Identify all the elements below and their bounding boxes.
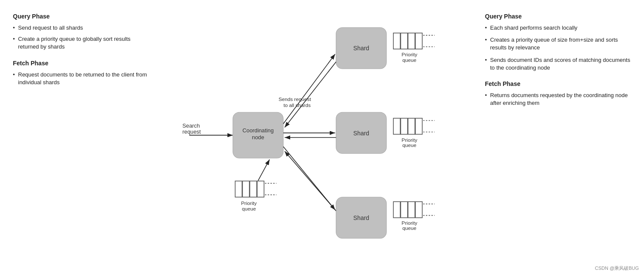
left-query-phase-title: Query Phase — [13, 13, 150, 20]
coord-label1: Coordinating — [242, 127, 274, 134]
svg-rect-14 — [408, 118, 415, 134]
left-fetch-section: Fetch Phase Request documents to be retu… — [13, 60, 150, 86]
pq-shard3: Priority queue — [393, 202, 435, 231]
left-fetch-bullet-1: Request documents to be returned to the … — [13, 71, 150, 86]
right-fetch-bullet-1: Returns documents requested by the coord… — [485, 92, 635, 107]
svg-rect-21 — [415, 202, 422, 217]
svg-rect-0 — [235, 181, 242, 197]
pq-coord: Priority queue — [235, 181, 276, 211]
coord-label2: node — [252, 134, 264, 141]
svg-rect-2 — [250, 181, 257, 197]
svg-rect-7 — [401, 33, 408, 49]
shard3-label: Shard — [353, 214, 369, 221]
diagram-svg: Search request Coordinating node Shard S… — [159, 0, 476, 275]
search-request-label: Search — [182, 122, 200, 129]
right-bullet-1: Each shard performs search locally — [485, 24, 635, 32]
search-request-label2: request — [182, 128, 201, 135]
arrow-from-shard1 — [285, 62, 336, 128]
pq-shard1-label2: queue — [402, 57, 417, 63]
svg-rect-19 — [401, 202, 408, 217]
right-fetch-phase-title: Fetch Phase — [485, 80, 635, 87]
right-text-panel: Query Phase Each shard performs search l… — [476, 0, 644, 275]
svg-rect-3 — [257, 181, 264, 197]
pq-shard3-label2: queue — [402, 225, 417, 231]
right-fetch-bullets: Returns documents requested by the coord… — [485, 92, 635, 107]
shard2-label: Shard — [353, 130, 369, 137]
sends-request-label2: to all shards — [283, 102, 310, 108]
right-query-phase-title: Query Phase — [485, 13, 635, 20]
left-bullet-1: Send request to all shards — [13, 24, 150, 32]
arrow-from-shard3 — [285, 151, 336, 211]
right-bullet-3: Sends document IDs and scores of matchin… — [485, 56, 635, 72]
pq-coord-label1: Priority — [241, 200, 257, 206]
left-fetch-phase-title: Fetch Phase — [13, 60, 150, 67]
svg-rect-9 — [415, 33, 422, 49]
pq-shard1-label1: Priority — [402, 52, 417, 57]
svg-rect-13 — [401, 118, 408, 134]
svg-rect-15 — [415, 118, 422, 134]
svg-rect-6 — [393, 33, 400, 49]
arrow-pq-to-coord — [258, 159, 270, 180]
svg-rect-8 — [408, 33, 415, 49]
svg-rect-1 — [242, 181, 249, 197]
arrow-to-shard1 — [283, 54, 335, 124]
svg-rect-20 — [408, 202, 415, 217]
pq-shard3-label1: Priority — [402, 220, 417, 226]
shard1-label: Shard — [353, 45, 369, 52]
left-text-panel: Query Phase Send request to all shards C… — [0, 0, 159, 275]
pq-coord-label2: queue — [242, 206, 256, 211]
pq-shard1: Priority queue — [393, 33, 435, 63]
right-bullet-2: Creates a priority queue of size from+si… — [485, 36, 635, 52]
right-query-bullets: Each shard performs search locally Creat… — [485, 24, 635, 72]
right-fetch-section: Fetch Phase Returns documents requested … — [485, 80, 635, 107]
pq-shard2-label1: Priority — [402, 137, 417, 143]
watermark: CSDN @乘风破BUG — [595, 265, 639, 272]
center-diagram: Search request Coordinating node Shard S… — [159, 0, 476, 275]
svg-rect-18 — [393, 202, 400, 217]
left-fetch-bullets: Request documents to be returned to the … — [13, 71, 150, 86]
left-bullet-2: Create a priority queue to globally sort… — [13, 35, 150, 51]
pq-shard2-label2: queue — [402, 142, 417, 148]
left-query-bullets: Send request to all shards Create a prio… — [13, 24, 150, 51]
pq-shard2: Priority queue — [393, 118, 435, 148]
sends-request-label1: Sends request — [279, 96, 311, 102]
main-container: Query Phase Send request to all shards C… — [0, 0, 644, 275]
svg-rect-12 — [393, 118, 400, 134]
